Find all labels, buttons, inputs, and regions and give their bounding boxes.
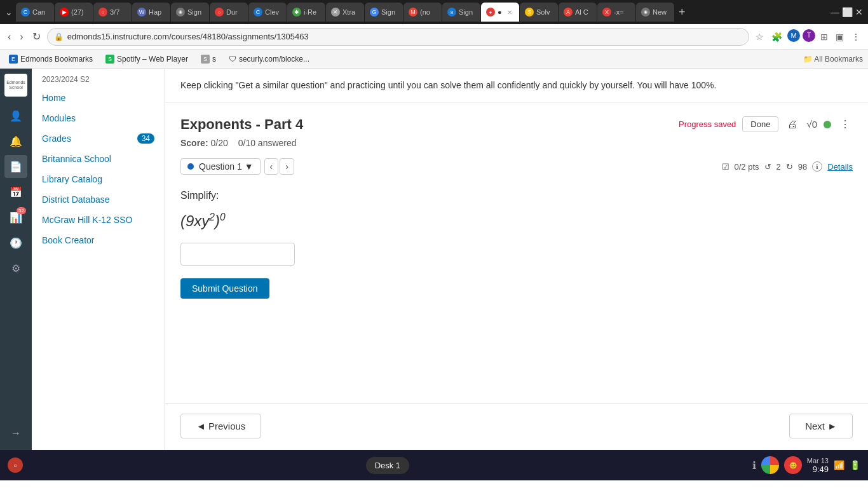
tab-label: (27) bbox=[71, 8, 84, 16]
info-icon: ℹ bbox=[812, 161, 822, 172]
submit-question-button[interactable]: Submit Question bbox=[180, 278, 269, 299]
tab-3[interactable]: ○ 3/7 bbox=[93, 3, 132, 22]
reload-btn[interactable]: ↻ bbox=[30, 28, 43, 45]
taskbar-system-icon[interactable]: ○ bbox=[8, 458, 23, 473]
bookmark-label: securly.com/blocke... bbox=[239, 55, 309, 64]
undo-icon[interactable]: ↺ bbox=[764, 162, 771, 172]
nav-link-book-creator[interactable]: Book Creator bbox=[32, 230, 165, 250]
nav-link-modules[interactable]: Modules bbox=[32, 108, 165, 128]
sidebar-item-notifications[interactable]: 🔔 bbox=[4, 130, 27, 152]
close-btn[interactable]: ✕ bbox=[855, 7, 863, 17]
nav-link-britannica[interactable]: Britannica School bbox=[32, 149, 165, 169]
minimize-btn[interactable]: — bbox=[831, 7, 839, 17]
nav-panel: 2023/2024 S2 Home Modules Grades 34 Brit… bbox=[32, 69, 165, 450]
arrow-right-icon: → bbox=[11, 428, 21, 439]
tab-label: Hap bbox=[149, 8, 161, 16]
sidebar-item-profile[interactable]: 👤 bbox=[4, 104, 27, 127]
question-dropdown[interactable]: Question 1 ▼ bbox=[180, 158, 261, 175]
tab-overflow-btn[interactable]: ⌄ bbox=[3, 4, 15, 20]
tab-new[interactable]: ◉ New bbox=[636, 3, 674, 22]
tab-yt[interactable]: ▶ (27) bbox=[55, 3, 93, 22]
bookmark-securly[interactable]: 🛡 securly.com/blocke... bbox=[225, 53, 313, 65]
calendar-icon: 📅 bbox=[10, 186, 22, 198]
question-selector-label: Question 1 bbox=[199, 161, 242, 172]
all-bookmarks-link[interactable]: 📁 All Bookmarks bbox=[803, 55, 863, 64]
tab-ire[interactable]: ✱ i-Re bbox=[287, 3, 325, 22]
tab-xe[interactable]: X -x= bbox=[597, 3, 635, 22]
nav-link-mcgraw[interactable]: McGraw Hill K-12 SSO bbox=[32, 210, 165, 230]
profile-icon[interactable]: M bbox=[787, 29, 800, 42]
tab-active[interactable]: ● ● ✕ bbox=[481, 3, 519, 22]
tab-favicon: C bbox=[254, 8, 262, 17]
new-tab-btn[interactable]: + bbox=[675, 6, 689, 19]
redo-icon[interactable]: ↻ bbox=[786, 162, 793, 172]
tab-alc[interactable]: A Al C bbox=[559, 3, 597, 22]
done-button[interactable]: Done bbox=[742, 116, 778, 132]
school-year: 2023/2024 S2 bbox=[32, 69, 165, 88]
tab-sign3[interactable]: 8 Sign bbox=[442, 3, 480, 22]
nav-link-library[interactable]: Library Catalog bbox=[32, 169, 165, 189]
bookmark-s[interactable]: S s bbox=[197, 53, 220, 65]
prev-question-btn[interactable]: ‹ bbox=[264, 158, 279, 175]
bookmark-spotify[interactable]: S Spotify – Web Player bbox=[102, 53, 192, 65]
answered-text: 0/10 answered bbox=[238, 138, 297, 148]
next-page-button[interactable]: Next ► bbox=[789, 414, 853, 438]
menu-icon[interactable]: ⋮ bbox=[849, 29, 863, 44]
tab-label: Xtra bbox=[342, 8, 355, 16]
tab-xtra[interactable]: ✕ Xtra bbox=[326, 3, 364, 22]
chrome-icon[interactable] bbox=[761, 456, 779, 474]
answer-input[interactable] bbox=[180, 243, 295, 266]
math-icon: √0 bbox=[806, 119, 817, 130]
sidebar-item-grades[interactable]: 📊 52 bbox=[4, 206, 27, 229]
nav-link-home[interactable]: Home bbox=[32, 88, 165, 108]
previous-page-button[interactable]: ◄ Previous bbox=[180, 414, 261, 438]
nav-link-grades[interactable]: Grades 34 bbox=[32, 128, 165, 149]
tab-favicon: ▶ bbox=[60, 8, 69, 17]
header-actions: Progress saved Done 🖨 √0 ⋮ bbox=[679, 116, 853, 133]
sidebar-toggle-icon[interactable]: ▣ bbox=[833, 29, 846, 44]
taskbar-desk1-app[interactable]: Desk 1 bbox=[366, 457, 409, 474]
extension-icon[interactable]: 🧩 bbox=[769, 29, 785, 44]
info-icon[interactable]: ℹ bbox=[752, 459, 756, 471]
tab-no[interactable]: M (no bbox=[403, 3, 442, 22]
tab-canvas[interactable]: C Can bbox=[16, 3, 54, 22]
assignment-area: Exponents - Part 4 Progress saved Done 🖨… bbox=[165, 103, 868, 314]
tab-solv[interactable]: S Solv bbox=[520, 3, 558, 22]
address-box[interactable]: 🔒 edmonds15.instructure.com/courses/4818… bbox=[47, 28, 749, 46]
tab-favicon: ○ bbox=[215, 8, 224, 17]
tab-label: i-Re bbox=[304, 8, 316, 16]
taskbar-icon-red[interactable]: 😊 bbox=[784, 456, 802, 474]
sidebar-item-recent[interactable]: 🕐 bbox=[4, 231, 27, 254]
tab-dur[interactable]: ○ Dur bbox=[210, 3, 248, 22]
url-text: edmonds15.instructure.com/courses/48180/… bbox=[67, 32, 309, 41]
sync-icon[interactable]: T bbox=[803, 29, 815, 42]
all-bookmarks-label: All Bookmarks bbox=[814, 55, 863, 64]
sidebar-item-pages[interactable]: 📄 bbox=[4, 155, 27, 178]
extensions-btn[interactable]: ⊞ bbox=[818, 29, 831, 44]
details-link[interactable]: Details bbox=[827, 162, 853, 172]
back-btn[interactable]: ‹ bbox=[5, 29, 13, 45]
bookmark-favicon: S bbox=[201, 55, 210, 64]
print-button[interactable]: 🖨 bbox=[785, 116, 800, 133]
tab-favicon: ◉ bbox=[641, 8, 650, 17]
undo-count: 2 bbox=[776, 162, 781, 172]
wifi-icon: 📶 bbox=[834, 460, 844, 470]
sidebar: EdmondsSchool 👤 🔔 📄 📅 📊 52 🕐 ⚙ → bbox=[0, 69, 32, 450]
tab-clev[interactable]: C Clev bbox=[248, 3, 287, 22]
bookmark-edmonds[interactable]: E Edmonds Bookmarks bbox=[5, 53, 97, 65]
tab-close-btn[interactable]: ✕ bbox=[505, 8, 514, 17]
progress-saved-text: Progress saved bbox=[679, 119, 736, 129]
sidebar-item-settings[interactable]: ⚙ bbox=[4, 257, 27, 280]
tab-sign1[interactable]: ◉ Sign bbox=[171, 3, 209, 22]
maximize-btn[interactable]: ⬜ bbox=[842, 7, 853, 17]
more-options-button[interactable]: ⋮ bbox=[837, 116, 853, 133]
sidebar-item-calendar[interactable]: 📅 bbox=[4, 180, 27, 203]
nav-link-district[interactable]: District Database bbox=[32, 189, 165, 210]
next-question-btn[interactable]: › bbox=[280, 158, 294, 175]
tab-hap[interactable]: W Hap bbox=[132, 3, 170, 22]
sidebar-collapse-btn[interactable]: → bbox=[4, 422, 27, 445]
forward-btn[interactable]: › bbox=[17, 29, 25, 45]
taskbar-icon-label: 😊 bbox=[789, 462, 797, 469]
tab-sign2[interactable]: G Sign bbox=[365, 3, 403, 22]
bookmark-star-icon[interactable]: ☆ bbox=[753, 29, 766, 44]
